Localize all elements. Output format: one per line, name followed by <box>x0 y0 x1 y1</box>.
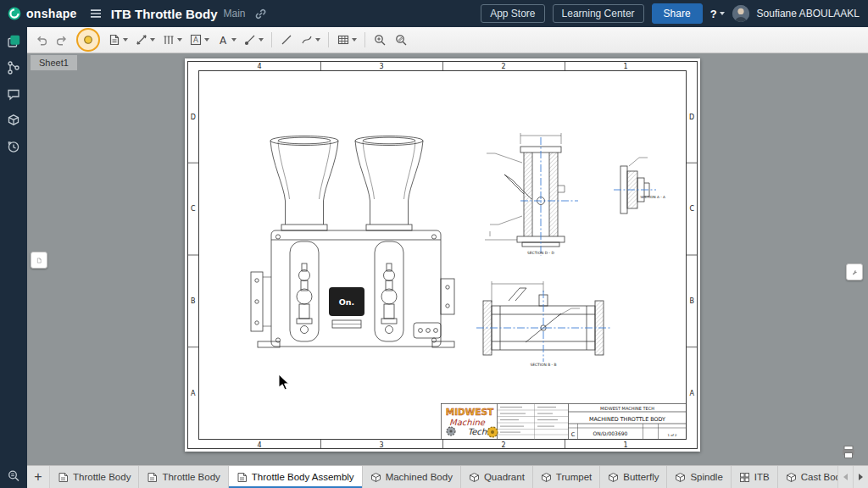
toolbar-separator <box>271 32 272 47</box>
part-title: MACHINED THROTTLE BODY <box>589 416 665 423</box>
part-studio-icon <box>786 472 797 483</box>
doc-tab-active[interactable]: Throttle Body Assembly <box>229 466 363 488</box>
svg-text:SECTION B - B: SECTION B - B <box>530 363 556 367</box>
tab-label: Machined Body <box>386 472 453 482</box>
tab-label: Spindle <box>690 472 722 482</box>
tab-label: Throttle Body <box>73 472 131 482</box>
tab-label: Throttle Body Assembly <box>252 472 354 482</box>
svg-text:D: D <box>191 114 196 121</box>
part-studio-icon <box>370 472 381 483</box>
dimension-button[interactable] <box>132 30 158 50</box>
leader-icon <box>243 33 257 47</box>
learning-center-button[interactable]: Learning Center <box>553 4 644 23</box>
line-button[interactable] <box>277 30 296 50</box>
chevron-left-icon <box>843 474 848 480</box>
document-title: ITB Throttle Body <box>111 7 218 21</box>
sheet-count: 1 of 2 <box>668 433 677 437</box>
svg-text:C: C <box>191 205 196 213</box>
doc-tab[interactable]: Machined Body <box>363 466 461 488</box>
dimension-icon <box>135 33 148 47</box>
tab-label: Quadrant <box>484 472 525 482</box>
doc-tab[interactable]: Quadrant <box>461 466 533 488</box>
doc-tab[interactable]: Trumpet <box>533 466 600 488</box>
sheet-tab[interactable]: Sheet1 <box>31 55 77 70</box>
history-icon[interactable] <box>5 138 22 155</box>
wrench-button[interactable] <box>846 263 863 280</box>
chevron-down-icon <box>231 38 236 42</box>
search-tabs-icon[interactable] <box>5 468 22 485</box>
drawing-canvas[interactable]: Sheet1 <box>27 53 868 465</box>
drawing-number: ON/D/003690 <box>593 430 628 436</box>
drawing-sheet[interactable]: 4 3 2 1 4 3 2 1 D C B A D <box>185 58 700 452</box>
redo-button[interactable] <box>53 30 71 50</box>
onshape-logo[interactable]: onshape <box>7 6 77 21</box>
top-bar-right: App Store Learning Center Share ? Soufia… <box>481 3 860 24</box>
title-block-text: MIDWEST Machine Tech MIDWEST MACHINE TEC… <box>446 406 677 438</box>
doc-tab[interactable]: ITB <box>732 466 778 488</box>
section-a-a <box>620 158 649 214</box>
insert-view-icon <box>108 33 121 47</box>
top-bar: onshape ITB Throttle Body Main App Store… <box>0 0 868 27</box>
print-icon[interactable] <box>841 445 856 459</box>
ordinate-dimension-icon <box>162 33 175 47</box>
add-tab-button[interactable]: + <box>27 466 50 488</box>
scroll-tabs-left-button[interactable] <box>837 466 853 488</box>
leader-button[interactable] <box>241 30 266 50</box>
svg-text:A: A <box>689 390 694 397</box>
doc-tab[interactable]: Throttle Body <box>50 466 139 488</box>
scroll-tabs-right-button[interactable] <box>853 466 868 488</box>
ordinate-dimension-button[interactable] <box>159 30 185 50</box>
line-icon <box>280 33 293 47</box>
chevron-down-icon <box>720 12 725 15</box>
drawing-icon <box>58 472 69 483</box>
hamburger-menu-icon[interactable] <box>89 7 103 20</box>
svg-text:4: 4 <box>257 63 261 70</box>
avatar[interactable] <box>732 5 749 22</box>
svg-text:SECTION D - D: SECTION D - D <box>527 251 554 255</box>
parts-icon[interactable] <box>5 112 22 129</box>
chevron-right-icon <box>859 474 863 480</box>
active-tool-highlight-button[interactable] <box>76 28 100 52</box>
link-icon[interactable] <box>254 8 267 20</box>
redo-icon <box>55 33 69 47</box>
versions-icon[interactable] <box>5 59 22 76</box>
drawing-icon <box>147 472 158 483</box>
toolbar-separator <box>364 32 365 47</box>
help-menu[interactable]: ? <box>710 8 725 20</box>
note-button[interactable]: A <box>186 30 212 50</box>
left-rail <box>0 27 27 488</box>
doc-tab[interactable]: Throttle Body <box>139 466 228 488</box>
doc-tab[interactable]: Cast Body <box>778 466 837 488</box>
sheet-panel-button[interactable] <box>31 252 47 269</box>
part-studio-icon <box>541 472 552 483</box>
svg-text:B: B <box>191 297 196 305</box>
chevron-down-icon <box>123 38 128 42</box>
app-store-button[interactable]: App Store <box>481 4 544 23</box>
workspace-label[interactable]: Main <box>224 8 246 19</box>
spline-button[interactable] <box>298 30 323 50</box>
vendor-logo-word3: Tech <box>468 427 487 436</box>
vendor-logo-word1: MIDWEST <box>446 407 494 417</box>
doc-tab[interactable]: Butterfly <box>600 466 667 488</box>
user-name[interactable]: Soufiane ABOULAAKL <box>757 8 860 19</box>
svg-text:1: 1 <box>623 441 627 449</box>
help-icon: ? <box>710 8 717 20</box>
assembly-icon <box>739 472 750 483</box>
table-button[interactable] <box>334 30 359 50</box>
toolbar-separator <box>328 32 329 47</box>
chevron-down-icon <box>150 38 155 42</box>
document-tab-bar: + Throttle Body Throttle Body Throttle B… <box>27 465 868 488</box>
insert-view-button[interactable] <box>105 30 131 50</box>
spline-icon <box>300 33 314 47</box>
undo-button[interactable] <box>32 30 51 50</box>
text-style-button[interactable]: A <box>214 30 239 50</box>
sheets-panel-icon[interactable] <box>5 33 22 50</box>
comments-icon[interactable] <box>5 86 22 103</box>
chevron-down-icon <box>315 38 320 42</box>
share-button[interactable]: Share <box>652 3 703 24</box>
svg-text:2: 2 <box>501 441 505 449</box>
zoom-in-button[interactable] <box>370 30 390 50</box>
zoom-selection-button[interactable] <box>392 30 411 50</box>
svg-text:4: 4 <box>257 441 261 449</box>
doc-tab[interactable]: Spindle <box>667 466 731 488</box>
